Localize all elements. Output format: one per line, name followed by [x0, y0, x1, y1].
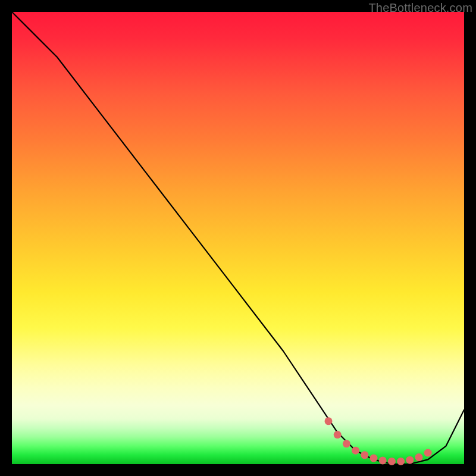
curve-layer	[12, 12, 464, 464]
min-marker	[370, 455, 378, 462]
min-marker	[352, 447, 359, 455]
min-marker	[415, 453, 423, 461]
attribution-label: TheBottleneck.com	[368, 1, 472, 15]
min-marker	[379, 456, 387, 464]
min-marker	[424, 449, 432, 457]
plot-area	[12, 12, 464, 464]
chart-frame: TheBottleneck.com	[0, 0, 476, 476]
min-marker	[334, 431, 342, 439]
min-markers	[325, 417, 432, 465]
min-marker	[325, 417, 333, 425]
bottleneck-curve	[12, 12, 464, 464]
min-marker	[388, 458, 396, 465]
min-marker	[406, 456, 414, 464]
min-marker	[343, 440, 350, 447]
min-marker	[361, 451, 368, 459]
min-marker	[397, 458, 405, 465]
